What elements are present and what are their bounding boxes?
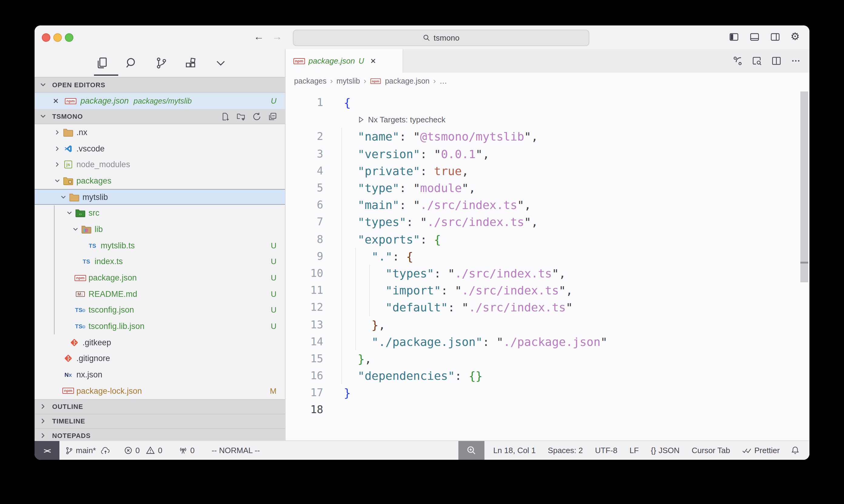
ports-status-item[interactable]: 0 [178,446,194,455]
chevron-down-icon[interactable] [69,226,81,233]
outline-section-header[interactable]: OUTLINE [35,399,285,413]
code-line-15[interactable]: 15 }, [286,350,809,367]
compare-changes-icon[interactable] [733,56,743,66]
tree-item--nx[interactable]: .nx [35,124,285,140]
refresh-icon[interactable] [252,112,261,121]
chevron-down-icon[interactable] [63,210,75,217]
minimize-window-button[interactable] [53,33,62,42]
screencast-zoom-indicator[interactable] [459,441,485,460]
code-line-11[interactable]: 11 "import": "./src/index.ts", [286,282,809,299]
tree-item--vscode[interactable]: .vscode [35,140,285,156]
code-line-content[interactable]: "version": "0.0.1", [341,147,809,160]
code-line-5[interactable]: 5 "type": "module", [286,179,809,196]
breadcrumb-symbol[interactable]: … [440,77,447,85]
notifications-item[interactable] [791,446,800,455]
code-line-content[interactable]: "./package.json": "./package.json" [341,335,809,348]
breadcrumb-packages[interactable]: packages [294,77,327,85]
open-editor-item[interactable]: ✕ npm package.json packages/mytslib U [35,93,285,109]
search-view-icon[interactable] [124,55,139,71]
code-line-content[interactable]: } [341,386,809,399]
codelens-link[interactable]: Nx Targets: typecheck [341,115,809,124]
codelens-row[interactable]: Nx Targets: typecheck [286,111,809,128]
remote-indicator[interactable]: >< [35,441,59,460]
tree-item-tsconfig-json[interactable]: TS⚙tsconfig.jsonU [35,302,285,318]
chevron-down-icon[interactable] [57,194,69,200]
tree-item-package-json[interactable]: npmpackage.jsonU [35,270,285,286]
new-folder-icon[interactable] [237,112,245,121]
workspace-header[interactable]: TSMONO [35,109,285,124]
explorer-files-icon[interactable] [94,55,110,71]
command-center-search[interactable]: tsmono [293,30,589,46]
notepads-section-header[interactable]: NOTEPADS [35,428,285,440]
tree-item-node-modules[interactable]: jsnode_modules [35,157,285,173]
tree-item-readme-md[interactable]: M↓README.mdU [35,286,285,302]
code-line-7[interactable]: 7 "types": "./src/index.ts", [286,214,809,231]
cursor-tab-item[interactable]: Cursor Tab [692,446,730,455]
problems-status-item[interactable]: 0 0 [124,446,162,455]
code-line-13[interactable]: 13 }, [286,316,809,333]
code-line-10[interactable]: 10 "types": "./src/index.ts", [286,265,809,282]
chevron-right-icon[interactable] [51,129,63,136]
indentation-item[interactable]: Spaces: 2 [548,446,583,455]
code-line-17[interactable]: 17} [286,384,809,401]
language-mode-item[interactable]: {} JSON [651,446,680,455]
formatter-item[interactable]: Prettier [742,446,780,455]
split-editor-icon[interactable] [771,56,781,66]
code-lines[interactable]: 1{Nx Targets: typecheck2 "name": "@tsmon… [286,89,809,418]
code-line-16[interactable]: 16 "dependencies": {} [286,367,809,384]
code-line-8[interactable]: 8 "exports": { [286,231,809,248]
code-line-14[interactable]: 14 "./package.json": "./package.json" [286,333,809,350]
tree-item-src[interactable]: ‹›src [35,205,285,221]
tree-item--gitignore[interactable]: .gitignore [35,350,285,366]
tree-item-package-lock-json[interactable]: npmpackage-lock.jsonM [35,383,285,399]
tree-item-tsconfig-lib-json[interactable]: TS⚙tsconfig.lib.jsonU [35,318,285,335]
open-editors-header[interactable]: OPEN EDITORS [35,77,285,93]
code-line-content[interactable]: "import": "./src/index.ts", [341,284,809,297]
breadcrumb-file[interactable]: package.json [385,77,430,85]
extensions-icon[interactable] [183,55,199,71]
navigate-back-button[interactable]: ← [252,30,266,43]
code-line-content[interactable]: "type": "module", [341,181,809,195]
editor-scrollbar[interactable] [800,91,808,282]
toggle-secondary-sidebar-icon[interactable] [770,32,780,42]
branch-status-item[interactable]: main* [65,446,111,455]
tree-item-mytslib-ts[interactable]: TSmytslib.tsU [35,237,285,253]
tree-item-packages[interactable]: packages [35,173,285,189]
eol-item[interactable]: LF [630,446,638,455]
settings-gear-icon[interactable]: ⚙ [791,31,800,43]
tree-item-mytslib[interactable]: mytslib [35,189,285,205]
code-line-18[interactable]: 18 [286,401,809,418]
code-line-content[interactable]: { [341,96,809,109]
tree-item-index-ts[interactable]: TSindex.tsU [35,253,285,270]
code-line-content[interactable]: "types": "./src/index.ts", [341,215,809,229]
code-line-content[interactable]: "types": "./src/index.ts", [341,267,809,280]
close-editor-icon[interactable]: ✕ [53,96,65,105]
chevron-right-icon[interactable] [51,145,63,152]
code-line-content[interactable]: "private": true, [341,164,809,178]
close-window-button[interactable] [42,33,50,42]
additional-views-chevron-icon[interactable] [213,55,228,71]
encoding-item[interactable]: UTF-8 [595,446,618,455]
timeline-section-header[interactable]: TIMELINE [35,413,285,428]
code-line-1[interactable]: 1{ [286,94,809,111]
chevron-right-icon[interactable] [51,161,63,168]
code-line-content[interactable]: ".": { [341,250,809,263]
cursor-position-item[interactable]: Ln 18, Col 1 [493,446,536,455]
zoom-window-button[interactable] [65,33,73,42]
navigate-forward-button[interactable]: → [270,30,285,43]
code-line-2[interactable]: 2 "name": "@tsmono/mytslib", [286,128,809,145]
code-line-content[interactable]: "dependencies": {} [341,369,809,382]
toggle-primary-sidebar-icon[interactable] [729,32,739,42]
code-line-3[interactable]: 3 "version": "0.0.1", [286,145,809,162]
code-line-9[interactable]: 9 ".": { [286,248,809,265]
tree-item-lib[interactable]: lib [35,221,285,237]
collapse-all-icon[interactable] [268,112,277,121]
code-line-6[interactable]: 6 "main": "./src/index.ts", [286,196,809,213]
code-line-content[interactable]: "main": "./src/index.ts", [341,198,809,211]
toggle-panel-icon[interactable] [750,32,760,42]
more-actions-icon[interactable] [791,56,801,66]
chevron-down-icon[interactable] [51,178,63,184]
breadcrumb-mytslib[interactable]: mytslib [337,77,360,85]
tab-close-icon[interactable]: ✕ [370,57,376,65]
code-line-12[interactable]: 12 "default": "./src/index.ts" [286,299,809,316]
